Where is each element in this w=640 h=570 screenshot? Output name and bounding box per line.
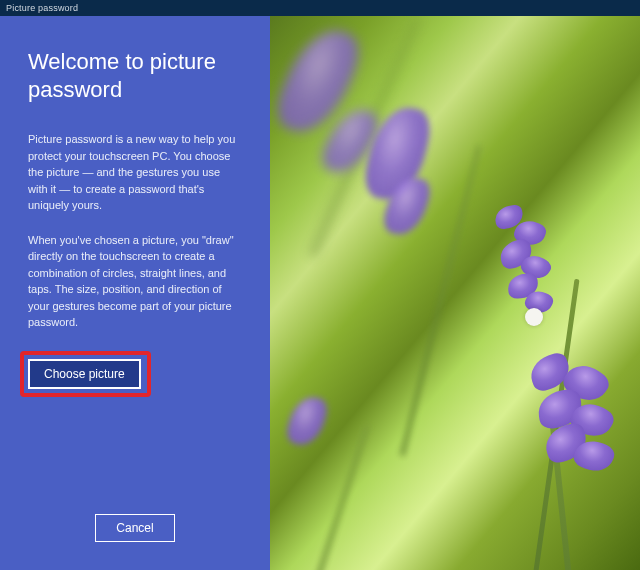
cancel-button[interactable]: Cancel [95,514,174,542]
titlebar: Picture password [0,0,640,16]
choose-picture-button[interactable]: Choose picture [28,359,141,389]
intro-paragraph-1: Picture password is a new way to help yo… [28,131,242,214]
intro-paragraph-2: When you've chosen a picture, you "draw"… [28,232,242,331]
flower-stem [310,424,369,570]
window-title: Picture password [6,3,78,13]
content-area: Welcome to picture password Picture pass… [0,16,640,570]
instruction-pane: Welcome to picture password Picture pass… [0,16,270,570]
footer-actions: Cancel [28,514,242,546]
flower-bloom [284,392,330,449]
choose-picture-wrap: Choose picture [28,359,143,389]
gesture-cursor-icon [525,308,543,326]
picture-password-window: Picture password Welcome to picture pass… [0,0,640,570]
picture-preview[interactable] [270,16,640,570]
page-title: Welcome to picture password [28,48,242,103]
